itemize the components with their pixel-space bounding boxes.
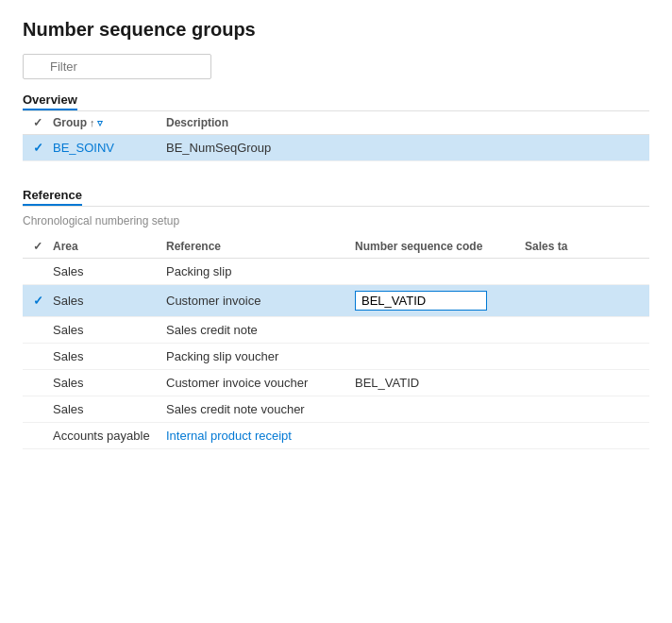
filter-col-icon[interactable]: ▿ xyxy=(97,117,103,129)
ref-header-area: Area xyxy=(53,240,166,253)
ref-row-reference: Packing slip voucher xyxy=(166,349,355,363)
reference-section: Reference Chronological numbering setup … xyxy=(23,188,649,449)
ref-row-reference: Customer invoice xyxy=(166,294,355,308)
overview-section: Overview ✓ Group ↑ ▿ Description ✓ BE_SO… xyxy=(23,93,649,161)
row-desc: BE_NumSeqGroup xyxy=(166,141,649,155)
filter-input-wrap: ⚲ xyxy=(23,54,649,79)
ref-row-numseq: BEL_VATID xyxy=(355,376,525,390)
row-group: BE_SOINV xyxy=(53,141,166,155)
ref-table-row[interactable]: SalesPacking slip voucher xyxy=(23,344,649,370)
overview-header-group: Group ↑ ▿ xyxy=(53,116,166,129)
overview-header-check: ✓ xyxy=(23,116,53,129)
overview-table-body: ✓ BE_SOINV BE_NumSeqGroup xyxy=(23,135,649,161)
overview-header-desc: Description xyxy=(166,116,649,129)
ref-table-row[interactable]: SalesCustomer invoice voucherBEL_VATID xyxy=(23,370,649,396)
ref-row-reference: Packing slip xyxy=(166,264,355,278)
ref-table-row[interactable]: SalesSales credit note voucher xyxy=(23,396,649,423)
ref-row-area: Sales xyxy=(53,264,166,278)
tab-overview[interactable]: Overview xyxy=(23,93,77,110)
ref-header-check: ✓ xyxy=(23,240,53,253)
page-title: Number sequence groups xyxy=(23,19,649,41)
reference-table-body: SalesPacking slip✓SalesCustomer invoiceS… xyxy=(23,259,649,449)
ref-row-area: Sales xyxy=(53,294,166,308)
reference-divider xyxy=(23,206,649,207)
ref-row-reference: Customer invoice voucher xyxy=(166,376,355,390)
ref-row-area: Accounts payable xyxy=(53,429,166,443)
tab-reference[interactable]: Reference xyxy=(23,188,82,206)
filter-input[interactable] xyxy=(23,54,211,79)
ref-table-row[interactable]: SalesSales credit note xyxy=(23,317,649,344)
ref-row-reference: Sales credit note xyxy=(166,323,355,337)
ref-row-area: Sales xyxy=(53,349,166,363)
ref-table-row[interactable]: ✓SalesCustomer invoice xyxy=(23,285,649,317)
page-container: Number sequence groups ⚲ Overview ✓ Grou… xyxy=(0,0,672,623)
chronological-label: Chronological numbering setup xyxy=(23,214,649,227)
numseq-input[interactable] xyxy=(355,291,487,311)
ref-row-reference: Internal product receipt xyxy=(166,429,355,443)
table-row[interactable]: ✓ BE_SOINV BE_NumSeqGroup xyxy=(23,135,649,161)
ref-row-area: Sales xyxy=(53,376,166,390)
ref-row-numseq[interactable] xyxy=(355,291,525,311)
overview-table-header: ✓ Group ↑ ▿ Description xyxy=(23,111,649,135)
row-check: ✓ xyxy=(23,141,53,155)
filter-wrap: ⚲ xyxy=(23,54,211,79)
ref-row-area: Sales xyxy=(53,402,166,416)
ref-table-row[interactable]: SalesPacking slip xyxy=(23,259,649,285)
group-sort-wrap: Group ↑ ▿ xyxy=(53,116,166,129)
ref-row-reference: Sales credit note voucher xyxy=(166,402,355,416)
ref-row-area: Sales xyxy=(53,323,166,337)
sort-up-icon[interactable]: ↑ xyxy=(90,117,95,128)
ref-row-check: ✓ xyxy=(23,294,53,308)
ref-header-numseq: Number sequence code xyxy=(355,240,525,253)
reference-table-header: ✓ Area Reference Number sequence code Sa… xyxy=(23,235,649,259)
ref-header-salesta: Sales ta xyxy=(525,240,649,253)
ref-table-row[interactable]: Accounts payableInternal product receipt xyxy=(23,423,649,449)
ref-header-ref: Reference xyxy=(166,240,355,253)
